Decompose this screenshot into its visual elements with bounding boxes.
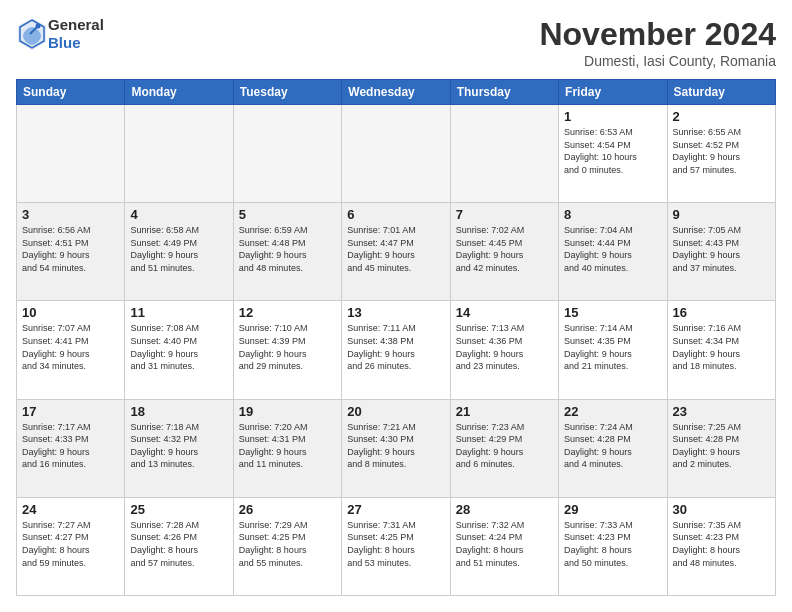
calendar-week-1: 1Sunrise: 6:53 AM Sunset: 4:54 PM Daylig… xyxy=(17,105,776,203)
day-info: Sunrise: 7:02 AM Sunset: 4:45 PM Dayligh… xyxy=(456,224,553,274)
day-info: Sunrise: 7:07 AM Sunset: 4:41 PM Dayligh… xyxy=(22,322,119,372)
day-number: 17 xyxy=(22,404,119,419)
col-friday: Friday xyxy=(559,80,667,105)
calendar-week-3: 10Sunrise: 7:07 AM Sunset: 4:41 PM Dayli… xyxy=(17,301,776,399)
calendar-cell: 25Sunrise: 7:28 AM Sunset: 4:26 PM Dayli… xyxy=(125,497,233,595)
calendar-cell: 14Sunrise: 7:13 AM Sunset: 4:36 PM Dayli… xyxy=(450,301,558,399)
day-number: 26 xyxy=(239,502,336,517)
subtitle: Dumesti, Iasi County, Romania xyxy=(539,53,776,69)
day-info: Sunrise: 7:27 AM Sunset: 4:27 PM Dayligh… xyxy=(22,519,119,569)
day-number: 5 xyxy=(239,207,336,222)
calendar-cell: 29Sunrise: 7:33 AM Sunset: 4:23 PM Dayli… xyxy=(559,497,667,595)
day-info: Sunrise: 7:23 AM Sunset: 4:29 PM Dayligh… xyxy=(456,421,553,471)
calendar-cell: 19Sunrise: 7:20 AM Sunset: 4:31 PM Dayli… xyxy=(233,399,341,497)
calendar-cell xyxy=(450,105,558,203)
day-number: 16 xyxy=(673,305,770,320)
day-number: 20 xyxy=(347,404,444,419)
day-number: 18 xyxy=(130,404,227,419)
calendar-cell: 13Sunrise: 7:11 AM Sunset: 4:38 PM Dayli… xyxy=(342,301,450,399)
day-number: 6 xyxy=(347,207,444,222)
day-info: Sunrise: 6:55 AM Sunset: 4:52 PM Dayligh… xyxy=(673,126,770,176)
calendar-cell xyxy=(342,105,450,203)
calendar-cell: 28Sunrise: 7:32 AM Sunset: 4:24 PM Dayli… xyxy=(450,497,558,595)
day-info: Sunrise: 6:58 AM Sunset: 4:49 PM Dayligh… xyxy=(130,224,227,274)
calendar-cell: 11Sunrise: 7:08 AM Sunset: 4:40 PM Dayli… xyxy=(125,301,233,399)
calendar-cell: 20Sunrise: 7:21 AM Sunset: 4:30 PM Dayli… xyxy=(342,399,450,497)
calendar-cell: 5Sunrise: 6:59 AM Sunset: 4:48 PM Daylig… xyxy=(233,203,341,301)
logo-line1: General xyxy=(48,16,104,34)
day-number: 22 xyxy=(564,404,661,419)
day-info: Sunrise: 7:24 AM Sunset: 4:28 PM Dayligh… xyxy=(564,421,661,471)
calendar-cell xyxy=(125,105,233,203)
logo-icon xyxy=(16,16,48,52)
calendar-week-5: 24Sunrise: 7:27 AM Sunset: 4:27 PM Dayli… xyxy=(17,497,776,595)
day-number: 7 xyxy=(456,207,553,222)
day-info: Sunrise: 7:05 AM Sunset: 4:43 PM Dayligh… xyxy=(673,224,770,274)
page: General Blue November 2024 Dumesti, Iasi… xyxy=(0,0,792,612)
day-info: Sunrise: 7:21 AM Sunset: 4:30 PM Dayligh… xyxy=(347,421,444,471)
calendar-cell: 3Sunrise: 6:56 AM Sunset: 4:51 PM Daylig… xyxy=(17,203,125,301)
day-info: Sunrise: 7:33 AM Sunset: 4:23 PM Dayligh… xyxy=(564,519,661,569)
col-wednesday: Wednesday xyxy=(342,80,450,105)
col-thursday: Thursday xyxy=(450,80,558,105)
day-info: Sunrise: 7:20 AM Sunset: 4:31 PM Dayligh… xyxy=(239,421,336,471)
title-block: November 2024 Dumesti, Iasi County, Roma… xyxy=(539,16,776,69)
day-number: 14 xyxy=(456,305,553,320)
day-info: Sunrise: 6:53 AM Sunset: 4:54 PM Dayligh… xyxy=(564,126,661,176)
day-number: 23 xyxy=(673,404,770,419)
day-number: 9 xyxy=(673,207,770,222)
day-number: 10 xyxy=(22,305,119,320)
day-number: 21 xyxy=(456,404,553,419)
calendar-week-4: 17Sunrise: 7:17 AM Sunset: 4:33 PM Dayli… xyxy=(17,399,776,497)
calendar-cell xyxy=(233,105,341,203)
day-info: Sunrise: 7:10 AM Sunset: 4:39 PM Dayligh… xyxy=(239,322,336,372)
day-info: Sunrise: 7:18 AM Sunset: 4:32 PM Dayligh… xyxy=(130,421,227,471)
day-number: 1 xyxy=(564,109,661,124)
day-number: 3 xyxy=(22,207,119,222)
day-info: Sunrise: 7:11 AM Sunset: 4:38 PM Dayligh… xyxy=(347,322,444,372)
day-info: Sunrise: 7:14 AM Sunset: 4:35 PM Dayligh… xyxy=(564,322,661,372)
day-number: 2 xyxy=(673,109,770,124)
main-title: November 2024 xyxy=(539,16,776,53)
calendar-cell: 21Sunrise: 7:23 AM Sunset: 4:29 PM Dayli… xyxy=(450,399,558,497)
day-number: 27 xyxy=(347,502,444,517)
col-tuesday: Tuesday xyxy=(233,80,341,105)
col-monday: Monday xyxy=(125,80,233,105)
day-info: Sunrise: 7:08 AM Sunset: 4:40 PM Dayligh… xyxy=(130,322,227,372)
logo: General Blue xyxy=(16,16,104,52)
calendar-cell xyxy=(17,105,125,203)
calendar-cell: 7Sunrise: 7:02 AM Sunset: 4:45 PM Daylig… xyxy=(450,203,558,301)
calendar-cell: 10Sunrise: 7:07 AM Sunset: 4:41 PM Dayli… xyxy=(17,301,125,399)
day-number: 12 xyxy=(239,305,336,320)
day-info: Sunrise: 6:59 AM Sunset: 4:48 PM Dayligh… xyxy=(239,224,336,274)
calendar-cell: 23Sunrise: 7:25 AM Sunset: 4:28 PM Dayli… xyxy=(667,399,775,497)
calendar-cell: 30Sunrise: 7:35 AM Sunset: 4:23 PM Dayli… xyxy=(667,497,775,595)
logo-line2: Blue xyxy=(48,34,104,52)
svg-point-2 xyxy=(36,24,41,29)
calendar-cell: 12Sunrise: 7:10 AM Sunset: 4:39 PM Dayli… xyxy=(233,301,341,399)
day-number: 4 xyxy=(130,207,227,222)
day-info: Sunrise: 7:32 AM Sunset: 4:24 PM Dayligh… xyxy=(456,519,553,569)
day-number: 30 xyxy=(673,502,770,517)
calendar-cell: 1Sunrise: 6:53 AM Sunset: 4:54 PM Daylig… xyxy=(559,105,667,203)
day-number: 11 xyxy=(130,305,227,320)
day-number: 25 xyxy=(130,502,227,517)
day-info: Sunrise: 7:25 AM Sunset: 4:28 PM Dayligh… xyxy=(673,421,770,471)
day-info: Sunrise: 7:29 AM Sunset: 4:25 PM Dayligh… xyxy=(239,519,336,569)
calendar-cell: 26Sunrise: 7:29 AM Sunset: 4:25 PM Dayli… xyxy=(233,497,341,595)
calendar-cell: 6Sunrise: 7:01 AM Sunset: 4:47 PM Daylig… xyxy=(342,203,450,301)
calendar-cell: 24Sunrise: 7:27 AM Sunset: 4:27 PM Dayli… xyxy=(17,497,125,595)
day-info: Sunrise: 7:13 AM Sunset: 4:36 PM Dayligh… xyxy=(456,322,553,372)
calendar-cell: 2Sunrise: 6:55 AM Sunset: 4:52 PM Daylig… xyxy=(667,105,775,203)
calendar-table: Sunday Monday Tuesday Wednesday Thursday… xyxy=(16,79,776,596)
calendar-header-row: Sunday Monday Tuesday Wednesday Thursday… xyxy=(17,80,776,105)
day-info: Sunrise: 7:28 AM Sunset: 4:26 PM Dayligh… xyxy=(130,519,227,569)
calendar-cell: 17Sunrise: 7:17 AM Sunset: 4:33 PM Dayli… xyxy=(17,399,125,497)
calendar-cell: 9Sunrise: 7:05 AM Sunset: 4:43 PM Daylig… xyxy=(667,203,775,301)
col-saturday: Saturday xyxy=(667,80,775,105)
calendar-cell: 15Sunrise: 7:14 AM Sunset: 4:35 PM Dayli… xyxy=(559,301,667,399)
calendar-cell: 16Sunrise: 7:16 AM Sunset: 4:34 PM Dayli… xyxy=(667,301,775,399)
day-number: 8 xyxy=(564,207,661,222)
day-number: 19 xyxy=(239,404,336,419)
day-number: 24 xyxy=(22,502,119,517)
